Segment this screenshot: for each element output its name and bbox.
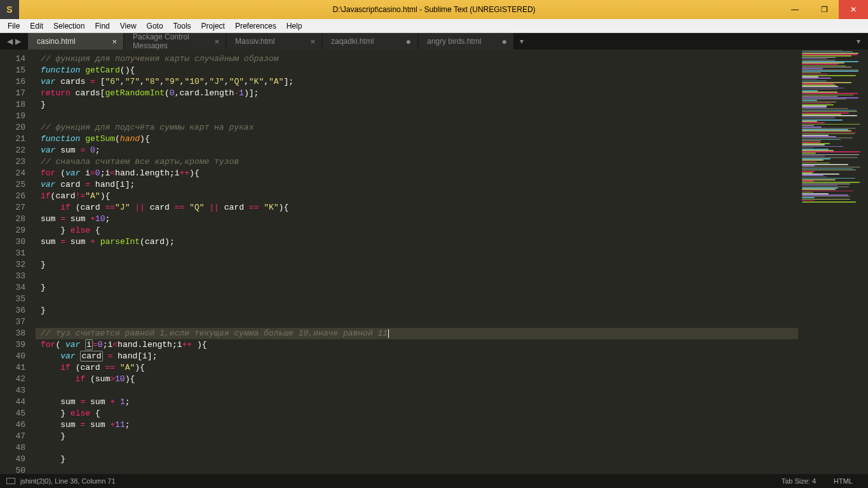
menu-selection[interactable]: Selection (48, 19, 90, 33)
tab-menu-button[interactable]: ▾ (849, 33, 868, 50)
code-line[interactable]: // функция для подсчёта суммы карт на ру… (41, 122, 798, 133)
gutter: 1415161718192021222324252627282930313233… (0, 50, 36, 474)
code-line[interactable] (41, 248, 798, 259)
minimize-button[interactable]: — (780, 0, 810, 19)
menu-goto[interactable]: Goto (142, 19, 168, 33)
window-title: D:\Javascript\casino.html - Sublime Text… (332, 5, 535, 14)
tab[interactable]: Package Control Messages× (124, 33, 226, 50)
code-line[interactable]: } (41, 282, 798, 294)
code-line[interactable]: var sum = 0; (41, 145, 798, 156)
code-line[interactable]: } else { (41, 225, 798, 236)
code-line[interactable]: function getSum(hand){ (41, 133, 798, 145)
tab-label: casino.html (37, 37, 76, 46)
code-line[interactable] (41, 442, 798, 454)
code-line[interactable]: if (card == "A"){ (41, 362, 798, 374)
code-line[interactable]: var cards = ["6","7","8","9","10","J","Q… (41, 76, 798, 88)
menu-project[interactable]: Project (196, 19, 230, 33)
maximize-button[interactable]: ❐ (810, 0, 839, 19)
code-line[interactable]: var card = hand[i]; (41, 179, 798, 191)
menu-file[interactable]: File (3, 19, 25, 33)
code-line[interactable]: sum = sum + 1; (41, 396, 798, 408)
code-line[interactable]: } else { (41, 408, 798, 419)
code-line[interactable]: } (41, 99, 798, 111)
tab[interactable]: casino.html× (28, 33, 123, 50)
minimap[interactable] (798, 50, 868, 474)
code-line[interactable] (41, 465, 798, 477)
panel-switch-icon[interactable] (6, 478, 15, 484)
tab-label: Package Control Messages (133, 32, 207, 50)
code-line[interactable]: // сначала считаем все карты,кроме тузов (41, 156, 798, 168)
tab-dirty-icon: ● (406, 36, 411, 46)
code-line[interactable]: var card = hand[i]; (41, 351, 798, 362)
code-line[interactable]: for (var i=0;i<hand.length;i++){ (41, 168, 798, 179)
code-line[interactable]: } (41, 431, 798, 442)
new-tab-button[interactable]: ▾ (514, 33, 529, 50)
tab-label: zaqadki.html (331, 37, 374, 46)
menu-edit[interactable]: Edit (25, 19, 48, 33)
menu-find[interactable]: Find (90, 19, 114, 33)
tab[interactable]: Massiv.html× (226, 33, 322, 50)
code-line[interactable]: for( var i=0;i<hand.length;i++ ){ (41, 339, 798, 351)
editor-area: 1415161718192021222324252627282930313233… (0, 50, 868, 474)
close-button[interactable]: ✕ (839, 0, 868, 19)
tab-close-icon[interactable]: × (112, 37, 117, 46)
menu-view[interactable]: View (115, 19, 142, 33)
code-line[interactable]: return cards[getRandomInt(0,card.length-… (41, 88, 798, 99)
code-line[interactable] (41, 294, 798, 305)
code-line[interactable] (41, 316, 798, 328)
code-line[interactable]: // туз считается равной 1,если текущая с… (36, 328, 798, 339)
code-line[interactable] (41, 271, 798, 282)
tab-dirty-icon: ● (502, 36, 507, 46)
status-tabsize[interactable]: Tab Size: 4 (773, 477, 825, 485)
code-line[interactable]: } (41, 305, 798, 316)
status-syntax[interactable]: HTML (825, 477, 862, 485)
code-line[interactable]: if(card!="A"){ (41, 191, 798, 202)
code-line[interactable]: } (41, 454, 798, 465)
tab-nav-arrows[interactable]: ◀ ▶ (0, 33, 28, 50)
menu-tools[interactable]: Tools (168, 19, 196, 33)
tab[interactable]: angry birds.html● (418, 33, 513, 50)
tab-label: Massiv.html (235, 37, 275, 46)
window-buttons: — ❐ ✕ (780, 0, 868, 19)
tab-close-icon[interactable]: × (310, 37, 315, 46)
tab-label: angry birds.html (427, 37, 481, 46)
code-line[interactable]: function getCard(){ (41, 65, 798, 76)
tab-strip: ◀ ▶ casino.html×Package Control Messages… (0, 33, 868, 50)
menu-preferences[interactable]: Preferences (230, 19, 281, 33)
code-line[interactable]: if (sum>10){ (41, 374, 798, 385)
code-line[interactable]: } (41, 259, 798, 271)
tab-close-icon[interactable]: × (214, 37, 219, 46)
menu-bar: FileEditSelectionFindViewGotoToolsProjec… (0, 19, 868, 33)
code-line[interactable] (41, 111, 798, 122)
code-line[interactable]: sum = sum +11; (41, 419, 798, 431)
tab[interactable]: zaqadki.html● (322, 33, 417, 50)
app-logo: S (0, 0, 19, 19)
menu-help[interactable]: Help (281, 19, 308, 33)
code-line[interactable]: sum = sum + parseInt(card); (41, 236, 798, 248)
code-line[interactable]: if (card =="J" || card == "Q" || card ==… (41, 202, 798, 214)
code-line[interactable]: // функция для получения карты случайным… (41, 53, 798, 65)
window-titlebar: S D:\Javascript\casino.html - Sublime Te… (0, 0, 868, 19)
code-line[interactable] (41, 385, 798, 396)
code-area[interactable]: // функция для получения карты случайным… (36, 50, 798, 474)
status-left: jshint(2|0), Line 38, Column 71 (20, 477, 116, 485)
code-line[interactable]: sum = sum +10; (41, 214, 798, 225)
